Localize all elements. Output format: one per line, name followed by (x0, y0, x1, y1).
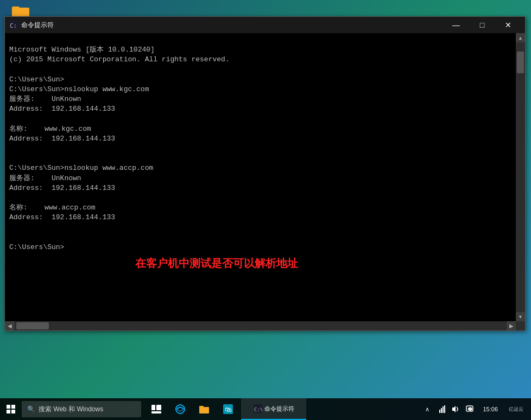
iyunsu-logo: 亿运云 (509, 406, 523, 413)
line-7: Address: 192.168.144.133 (9, 105, 115, 113)
vscroll-down-arrow[interactable]: ▼ (516, 312, 525, 321)
task-view-button[interactable] (146, 398, 167, 420)
maximize-button[interactable]: □ (470, 17, 495, 33)
search-icon: 🔍 (27, 405, 35, 413)
cmd-taskbar-label: 命令提示符 (264, 405, 294, 413)
svg-rect-8 (151, 405, 155, 410)
svg-rect-13 (199, 406, 204, 409)
cmd-hscrollbar[interactable]: ◀ ▶ (5, 321, 525, 330)
file-explorer-button[interactable] (193, 398, 215, 420)
taskbar-apps: 🛍 C:\ 命令提示符 (146, 398, 306, 420)
line-15: Address: 192.168.144.133 (9, 184, 115, 192)
vscroll-up-arrow[interactable]: ▲ (516, 33, 525, 42)
line-18: Address: 192.168.144.133 (9, 213, 115, 221)
line-6: 服务器: UnKnown (9, 95, 81, 103)
line-1: Microsoft Windows [版本 10.0.10240] (9, 46, 155, 54)
hscroll-left-arrow[interactable]: ◀ (5, 321, 14, 330)
svg-rect-4 (7, 405, 10, 409)
cmd-controls: — □ ✕ (444, 17, 521, 33)
svg-rect-6 (7, 410, 10, 413)
iyunsu-branding[interactable]: 亿运云 (505, 406, 527, 413)
svg-rect-10 (151, 411, 161, 413)
svg-rect-19 (441, 408, 442, 413)
network-icon[interactable] (436, 404, 447, 415)
cmd-title-text: 命令提示符 (21, 21, 444, 30)
hscroll-right-arrow[interactable]: ▶ (507, 321, 516, 330)
svg-rect-1 (12, 7, 20, 10)
svg-text:🛍: 🛍 (225, 405, 232, 413)
svg-text:💬: 💬 (467, 406, 473, 412)
scrollbar-corner (516, 321, 525, 330)
cmd-vscrollbar[interactable]: ▲ ▼ (516, 33, 525, 321)
notification-icon[interactable]: 💬 (464, 404, 475, 415)
iyunsu-label: 亿运云 (509, 406, 523, 413)
taskbar: 🔍 搜索 Web 和 Windows (0, 398, 531, 420)
cmd-window: C: 命令提示符 — □ ✕ Microsoft Windows [版本 10.… (4, 16, 526, 331)
svg-rect-18 (439, 410, 440, 413)
svg-rect-21 (444, 405, 445, 413)
line-5: C:\Users\Sun>nslookup www.kgc.com (9, 85, 149, 93)
desktop: C: 命令提示符 — □ ✕ Microsoft Windows [版本 10.… (0, 0, 531, 420)
svg-text:C:: C: (10, 22, 17, 29)
svg-rect-20 (442, 406, 444, 413)
hscroll-track (14, 321, 507, 330)
close-button[interactable]: ✕ (496, 17, 521, 33)
cmd-taskbar-button[interactable]: C:\ 命令提示符 (241, 398, 306, 420)
vscroll-thumb[interactable] (517, 52, 524, 73)
system-tray: ∧ 💬 (422, 404, 531, 415)
tray-chevron-icon[interactable]: ∧ (422, 404, 433, 415)
svg-rect-5 (11, 405, 15, 409)
line-21: C:\Users\Sun> (9, 243, 64, 251)
svg-rect-7 (11, 410, 15, 413)
cmd-body: Microsoft Windows [版本 10.0.10240] (c) 20… (5, 33, 525, 321)
clock-time: 15:06 (483, 406, 498, 412)
hscroll-thumb[interactable] (16, 322, 49, 329)
cmd-titlebar: C: 命令提示符 — □ ✕ (5, 17, 525, 33)
volume-icon[interactable] (450, 404, 461, 415)
line-17: 名称: www.accp.com (9, 203, 96, 212)
taskbar-clock[interactable]: 15:06 (478, 406, 502, 412)
taskbar-search[interactable]: 🔍 搜索 Web 和 Windows (22, 401, 141, 417)
annotation-text: 在客户机中测试是否可以解析地址 (135, 256, 298, 271)
line-9: 名称: www.kgc.com (9, 125, 91, 133)
line-2: (c) 2015 Microsoft Corporation. All righ… (9, 55, 230, 63)
svg-marker-22 (452, 406, 456, 412)
line-14: 服务器: UnKnown (9, 174, 81, 182)
svg-text:C:\: C:\ (254, 407, 262, 412)
windows-store-button[interactable]: 🛍 (217, 398, 239, 420)
line-10: Address: 192.168.144.133 (9, 135, 115, 143)
edge-browser-button[interactable] (169, 398, 191, 420)
taskbar-search-text: 搜索 Web 和 Windows (39, 405, 103, 414)
start-button[interactable] (0, 398, 22, 420)
cmd-title-icon: C: (9, 21, 18, 29)
cmd-output: Microsoft Windows [版本 10.0.10240] (c) 20… (9, 35, 521, 272)
line-13: C:\Users\Sun>nslookup www.accp.com (9, 164, 153, 172)
line-4: C:\Users\Sun> (9, 75, 64, 84)
svg-rect-9 (156, 405, 161, 410)
minimize-button[interactable]: — (444, 17, 469, 33)
